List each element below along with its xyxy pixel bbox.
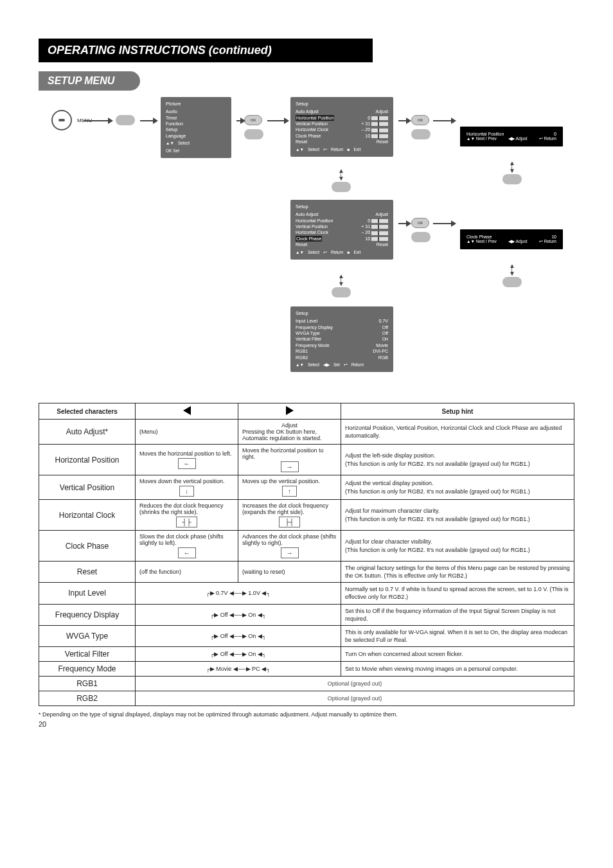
osd-main-menu: Picture Audio Timer Function Setup Langu…	[161, 97, 231, 158]
osd-footer: Select	[308, 362, 319, 368]
glyph-icon: ←	[178, 547, 196, 558]
increase-cell: Advances the dot clock phase (shifts sli…	[238, 531, 341, 562]
section-title: OPERATING INSTRUCTIONS (continued)	[39, 39, 373, 62]
osd-title: Setup	[296, 310, 388, 317]
osd-item: Function	[166, 121, 226, 127]
thumb-icon	[411, 232, 431, 242]
osd-row: Vertical Filter	[296, 336, 321, 342]
setting-hint: Normally set to 0.7 V. If white is found…	[341, 583, 574, 604]
osd-footer: OK Set	[166, 148, 179, 154]
adjust-title: Clock Phase	[466, 235, 492, 239]
setting-hint: Set to Movie when viewing moving images …	[341, 662, 574, 677]
thumb-icon	[332, 182, 351, 192]
osd-row: RGB1	[296, 348, 308, 354]
decrease-cell: Moves down the vertical position.↓	[136, 475, 238, 500]
glyph-icon: ↓	[179, 486, 194, 497]
setting-name: Auto Adjust*	[39, 420, 136, 445]
table-row: RGB1Optional (grayed out)	[39, 677, 574, 691]
decrease-cell: Moves the horizontal position to left.←	[136, 445, 238, 475]
grayed-out-cell: Optional (grayed out)	[136, 677, 574, 691]
col-left-arrow	[136, 403, 238, 420]
setting-name: Vertical Position	[39, 475, 136, 500]
table-row: Auto Adjust*(Menu)AdjustPressing the OK …	[39, 420, 574, 445]
setting-name: Reset	[39, 562, 136, 583]
glyph-icon: →	[281, 461, 299, 472]
osd-footer: Return	[331, 147, 344, 153]
thumb-icon	[502, 174, 522, 184]
osd-setup-page2: Setup Input Level0.7V Frequency DisplayO…	[290, 306, 393, 372]
arrow-icon	[84, 120, 109, 121]
osd-footer: Return	[331, 250, 344, 256]
osd-item-selected: Setup	[166, 127, 177, 132]
osd-row: Auto Adjust	[296, 211, 318, 217]
osd-row: Input Level	[296, 318, 317, 324]
osd-row: Horizontal Clock	[296, 229, 328, 235]
osd-item: Timer	[166, 115, 226, 121]
glyph-icon: ├┤	[279, 517, 299, 527]
cycle-options: ┌▶ Off ◀──▶ On ◀┐	[136, 625, 341, 646]
ok-button-icon: OK	[411, 115, 429, 125]
arrow-icon	[140, 120, 154, 121]
updown-arrow-icon: ▲│▼	[338, 274, 344, 286]
osd-item: Audio	[166, 109, 226, 114]
thumb-icon	[244, 129, 263, 139]
setting-name: RGB1	[39, 677, 136, 691]
setting-hint: Adjust the vertical display position. (T…	[341, 475, 574, 500]
osd-footer: Exit	[353, 147, 360, 153]
setting-name: Horizontal Clock	[39, 500, 136, 531]
setting-name: Horizontal Position	[39, 445, 136, 475]
decrease-cell: Slows the dot clock phase (shifts slight…	[136, 531, 238, 562]
setting-name: Input Level	[39, 583, 136, 604]
adjust-title: Horizontal Position	[466, 132, 504, 136]
table-row: Vertical PositionMoves down the vertical…	[39, 475, 574, 500]
osd-row: RGB2	[296, 355, 308, 360]
osd-row: Frequency Mode	[296, 342, 330, 348]
setup-flow-diagram: MENU Picture Audio Timer Function Setup …	[39, 97, 574, 399]
decrease-cell: (off the function)	[136, 562, 238, 583]
osd-setup-page1-cp: Setup Auto AdjustAdjust Horizontal Posit…	[290, 200, 393, 260]
osd-row: Reset	[296, 242, 307, 247]
osd-item: Language	[166, 133, 226, 139]
osd-row: Frequency Display	[296, 324, 333, 330]
setting-name: Frequency Display	[39, 604, 136, 625]
setting-hint: Turn On when concerned about screen flic…	[341, 647, 574, 662]
arrow-icon	[398, 120, 407, 121]
arrow-icon	[267, 120, 285, 121]
table-row: WVGA Type┌▶ Off ◀──▶ On ◀┐This is only a…	[39, 625, 574, 646]
setting-hint: Set this to Off if the frequency informa…	[341, 604, 574, 625]
subsection-setup-menu: SETUP MENU	[39, 71, 140, 91]
glyph-icon: ←	[178, 458, 196, 469]
osd-row: Vertical Position	[296, 224, 328, 229]
osd-footer: Set	[333, 362, 340, 368]
osd-footer: Select	[308, 147, 319, 153]
osd-row: Clock Phase	[296, 236, 322, 242]
table-row: Horizontal PositionMoves the horizontal …	[39, 445, 574, 475]
setting-name: Frequency Mode	[39, 662, 136, 677]
setting-name: Clock Phase	[39, 531, 136, 562]
ok-button-icon: OK	[411, 218, 429, 228]
arrow-icon	[433, 120, 452, 121]
increase-cell: (waiting to reset)	[238, 562, 341, 583]
thumb-icon	[332, 287, 351, 297]
table-row: Input Level┌▶ 0.7V ◀──▶ 1.0V ◀┐Normally …	[39, 583, 574, 604]
thumb-icon	[116, 115, 135, 125]
osd-footer: Exit	[353, 250, 360, 256]
osd-row: Horizontal Clock	[296, 127, 328, 132]
osd-row: WVGA Type	[296, 330, 320, 336]
setting-hint: Adjust for clear character visibility. (…	[341, 531, 574, 562]
cycle-options: ┌▶ 0.7V ◀──▶ 1.0V ◀┐	[136, 583, 341, 604]
cycle-options: ┌▶ Off ◀──▶ On ◀┐	[136, 647, 341, 662]
col-selected-characters: Selected characters	[39, 403, 136, 420]
updown-arrow-icon: ▲│▼	[338, 169, 344, 181]
osd-row: Reset	[296, 139, 307, 145]
col-right-arrow	[238, 403, 341, 420]
osd-setup-page1: Setup Auto AdjustAdjust Horizontal Posit…	[290, 97, 393, 157]
ok-button-icon: OK	[244, 115, 262, 125]
adjust-bar-clock-phase: Clock Phase10 ▲▼ Next / Prev ◀▶ Adjust ↩…	[460, 229, 563, 249]
increase-cell: Increases the dot clock frequency (expan…	[238, 500, 341, 531]
table-row: Vertical Filter┌▶ Off ◀──▶ On ◀┐Turn On …	[39, 647, 574, 662]
osd-row: Horizontal Position	[296, 115, 334, 121]
table-row: Horizontal ClockReduces the dot clock fr…	[39, 500, 574, 531]
decrease-cell: Reduces the dot clock frequency (shrinks…	[136, 500, 238, 531]
setting-hint: Horizontal Position, Vertical Position, …	[341, 420, 574, 445]
